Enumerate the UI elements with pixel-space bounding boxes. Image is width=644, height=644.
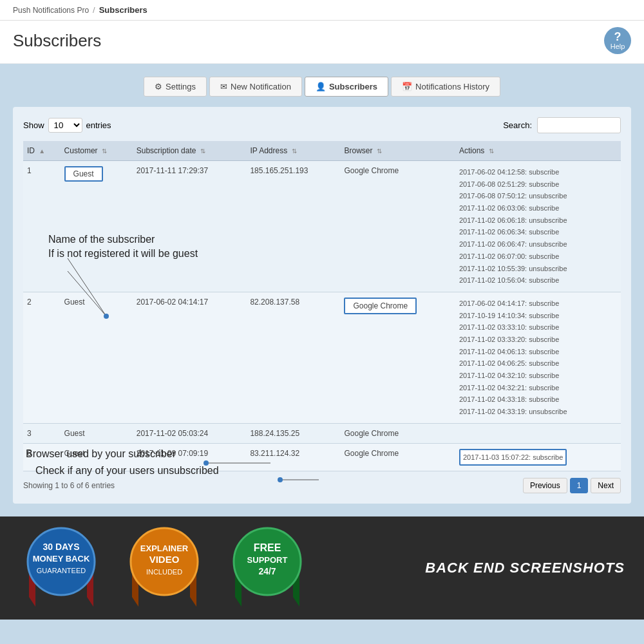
- col-customer[interactable]: Customer ⇅: [61, 141, 133, 161]
- cell-actions: 2017-06-02 04:14:17: subscribe 2017-10-1…: [455, 292, 621, 423]
- breadcrumb-parent: Push Notifications Pro: [13, 6, 89, 15]
- new-notification-icon: ✉: [220, 82, 227, 91]
- tab-notifications-history[interactable]: 📅 Notifications History: [391, 77, 500, 97]
- breadcrumb-current: Subscribers: [99, 5, 147, 15]
- badge-money-back: 30 DAYS MONEY BACK GUARANTEED: [19, 523, 103, 613]
- action-highlighted: 2017-11-03 15:07:22: subscribe: [459, 449, 567, 466]
- badge-explainer-svg: EXPLAINER VIDEO INCLUDED: [122, 523, 206, 613]
- page-1-button[interactable]: 1: [570, 478, 589, 493]
- badge-free-support: FREE SUPPORT 24/7: [225, 523, 309, 613]
- entries-select[interactable]: 10 25 50 100: [48, 118, 82, 133]
- badge-free-support-svg: FREE SUPPORT 24/7: [225, 523, 309, 613]
- tab-notifications-history-label: Notifications History: [415, 82, 489, 91]
- breadcrumb-bar: Push Notifications Pro / Subscribers: [0, 0, 644, 21]
- svg-text:SUPPORT: SUPPORT: [247, 555, 288, 565]
- tab-settings[interactable]: ⚙ Settings: [144, 77, 207, 97]
- help-icon: ?: [614, 31, 621, 43]
- showing-text: Showing 1 to 6 of 6 entries: [23, 481, 115, 490]
- actions-list: 2017-06-02 04:14:17: subscribe 2017-10-1…: [459, 298, 617, 418]
- table-card: Show 10 25 50 100 entries Search: ID ▲ C…: [13, 107, 631, 504]
- search-label: Search:: [503, 120, 532, 130]
- cell-customer: Guest: [61, 443, 133, 471]
- search-box: Search:: [503, 117, 621, 133]
- table-footer: Showing 1 to 6 of 6 entries Previous 1 N…: [23, 478, 621, 493]
- cell-ip: 82.208.137.58: [246, 292, 340, 423]
- cell-id: 1: [23, 161, 61, 292]
- search-input[interactable]: [537, 117, 621, 133]
- customer-guest-highlight: Guest: [64, 166, 103, 182]
- browser-highlight: Google Chrome: [344, 298, 417, 314]
- cell-customer: Guest: [61, 161, 133, 292]
- table-row: 2 Guest 2017-06-02 04:14:17 82.208.137.5…: [23, 292, 621, 423]
- badge-money-back-svg: 30 DAYS MONEY BACK GUARANTEED: [19, 523, 103, 613]
- tab-settings-label: Settings: [166, 82, 196, 91]
- cell-id: 2: [23, 292, 61, 423]
- next-button[interactable]: Next: [591, 478, 621, 493]
- cell-actions: 2017-06-02 04:12:58: subscribe 2017-06-0…: [455, 161, 621, 292]
- cell-id: 6: [23, 443, 61, 471]
- page-header: Subscribers ? Help: [0, 21, 644, 64]
- cell-date: 2017-06-02 04:14:17: [133, 292, 247, 423]
- cell-id: 3: [23, 423, 61, 443]
- col-subscription-date[interactable]: Subscription date ⇅: [133, 141, 247, 161]
- cell-customer: Guest: [61, 423, 133, 443]
- svg-text:INCLUDED: INCLUDED: [146, 568, 182, 576]
- cell-browser: Google Chrome: [340, 161, 455, 292]
- badge-container: 30 DAYS MONEY BACK GUARANTEED EXPLAINER …: [19, 523, 309, 613]
- svg-text:MONEY BACK: MONEY BACK: [33, 554, 90, 564]
- pagination: Previous 1 Next: [523, 478, 621, 493]
- cell-actions: 2017-11-03 15:07:22: subscribe: [455, 443, 621, 471]
- table-row: 3 Guest 2017-11-02 05:03:24 188.24.135.2…: [23, 423, 621, 443]
- svg-text:24/7: 24/7: [258, 566, 276, 576]
- breadcrumb-separator: /: [93, 5, 95, 15]
- cell-date: 2017-11-11 17:29:37: [133, 161, 247, 292]
- tab-new-notification[interactable]: ✉ New Notification: [209, 77, 302, 97]
- data-table: ID ▲ Customer ⇅ Subscription date ⇅ IP A…: [23, 141, 621, 471]
- col-ip-address[interactable]: IP Address ⇅: [246, 141, 340, 161]
- help-label: Help: [611, 43, 625, 50]
- cell-date: 2017-11-02 05:03:24: [133, 423, 247, 443]
- previous-button[interactable]: Previous: [523, 478, 567, 493]
- bottom-area: 30 DAYS MONEY BACK GUARANTEED EXPLAINER …: [0, 516, 644, 620]
- cell-ip: 185.165.251.193: [246, 161, 340, 292]
- badge-explainer-video: EXPLAINER VIDEO INCLUDED: [122, 523, 206, 613]
- svg-text:GUARANTEED: GUARANTEED: [37, 567, 86, 574]
- nav-tabs: ⚙ Settings ✉ New Notification 👤 Subscrib…: [13, 77, 631, 97]
- page-title: Subscribers: [13, 31, 101, 51]
- svg-text:FREE: FREE: [254, 542, 281, 553]
- cell-browser: Google Chrome: [340, 443, 455, 471]
- cell-ip: 83.211.124.32: [246, 443, 340, 471]
- cell-browser: Google Chrome: [340, 292, 455, 423]
- help-button[interactable]: ? Help: [604, 27, 631, 54]
- subscribers-icon: 👤: [316, 82, 326, 91]
- cell-ip: 188.24.135.25: [246, 423, 340, 443]
- entries-label: entries: [86, 120, 111, 130]
- tab-subscribers-label: Subscribers: [329, 82, 377, 91]
- cell-actions: [455, 423, 621, 443]
- show-entries: Show 10 25 50 100 entries: [23, 118, 111, 133]
- col-actions[interactable]: Actions ⇅: [455, 141, 621, 161]
- table-row: 1 Guest 2017-11-11 17:29:37 185.165.251.…: [23, 161, 621, 292]
- cell-browser: Google Chrome: [340, 423, 455, 443]
- tab-new-notification-label: New Notification: [231, 82, 291, 91]
- svg-text:30 DAYS: 30 DAYS: [43, 542, 79, 552]
- table-controls: Show 10 25 50 100 entries Search:: [23, 117, 621, 133]
- actions-list: 2017-11-03 15:07:22: subscribe: [459, 449, 617, 466]
- tab-subscribers[interactable]: 👤 Subscribers: [305, 77, 388, 97]
- settings-icon: ⚙: [155, 82, 162, 91]
- cell-date: 2017-11-09 07:09:19: [133, 443, 247, 471]
- svg-text:EXPLAINER: EXPLAINER: [140, 544, 189, 553]
- col-browser[interactable]: Browser ⇅: [340, 141, 455, 161]
- notifications-history-icon: 📅: [402, 82, 412, 91]
- svg-text:VIDEO: VIDEO: [149, 554, 180, 565]
- actions-list: 2017-06-02 04:12:58: subscribe 2017-06-0…: [459, 166, 617, 287]
- col-id[interactable]: ID ▲: [23, 141, 61, 161]
- cell-customer: Guest: [61, 292, 133, 423]
- main-content: ⚙ Settings ✉ New Notification 👤 Subscrib…: [0, 64, 644, 516]
- back-end-screenshots-label: BACK END SCREENSHOTS: [425, 560, 625, 576]
- table-row: 6 Guest 2017-11-09 07:09:19 83.211.124.3…: [23, 443, 621, 471]
- show-label: Show: [23, 120, 44, 130]
